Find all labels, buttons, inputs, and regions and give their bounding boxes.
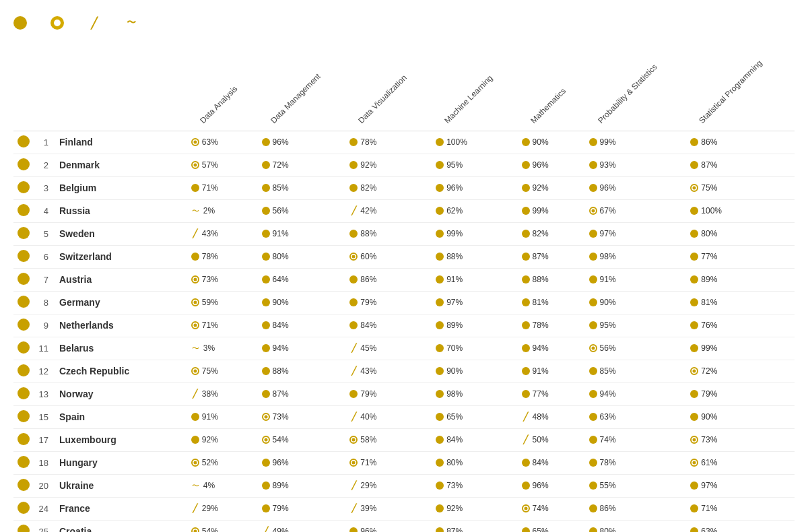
cell-value: 80%: [690, 229, 792, 238]
cutting-edge-cell-icon: [589, 413, 597, 421]
cell-value: 82%: [349, 183, 430, 193]
cell-percentage: 89%: [701, 275, 717, 284]
cell-value: 92%: [349, 160, 430, 170]
cell-percentage: 91%: [446, 275, 463, 284]
cell-percentage: 86%: [600, 504, 616, 513]
col-probability-statistics: Probability & Statistics: [586, 50, 688, 131]
data-cell: 78%: [189, 245, 259, 268]
competitive-cell-icon: [191, 527, 199, 532]
data-cell: 80%: [586, 520, 688, 532]
cell-value: 81%: [690, 298, 792, 307]
data-cell: 87%: [687, 154, 795, 176]
row-rank-icon: [13, 520, 34, 532]
cutting-edge-cell-icon: [589, 230, 597, 238]
cell-value: 87%: [690, 160, 792, 170]
cell-value: 56%: [589, 343, 685, 353]
competitive-cell-icon: [589, 207, 597, 215]
cell-value: 73%: [262, 412, 345, 422]
cell-value: 84%: [349, 321, 430, 330]
data-cell: 80%: [433, 451, 518, 474]
data-cell: 91%: [189, 405, 259, 428]
emerging-cell-icon: ╱: [349, 413, 358, 421]
data-cell: 96%: [586, 176, 688, 199]
cell-percentage: 73%: [701, 435, 717, 444]
cell-value: 90%: [690, 412, 792, 422]
data-cell: 94%: [259, 337, 347, 360]
cell-value: 86%: [690, 137, 792, 147]
data-cell: 71%: [189, 176, 259, 199]
cutting-edge-cell-icon: [522, 321, 530, 329]
cell-value: 99%: [522, 206, 584, 215]
cell-value: 73%: [690, 435, 792, 444]
cell-percentage: 71%: [701, 504, 717, 513]
cell-percentage: 54%: [202, 527, 218, 532]
row-rank-icon: [13, 131, 34, 154]
row-country: Norway: [54, 383, 189, 405]
data-cell: 99%: [586, 131, 688, 154]
emerging-cell-icon: ╱: [349, 481, 358, 490]
cutting-edge-cell-icon: [436, 321, 444, 329]
row-dot-icon: [18, 181, 30, 193]
cell-percentage: 73%: [273, 412, 289, 422]
row-rank-icon: [13, 291, 34, 314]
cell-percentage: 91%: [600, 275, 616, 284]
cell-value: 70%: [436, 343, 516, 353]
cell-value: 86%: [349, 275, 430, 284]
cell-value: 71%: [349, 458, 430, 467]
cell-value: 96%: [262, 458, 345, 467]
competitive-cell-icon: [690, 367, 698, 375]
row-rank-icon: [13, 222, 34, 245]
data-cell: 72%: [259, 154, 347, 176]
cell-percentage: 76%: [701, 321, 717, 330]
data-cell: 97%: [433, 291, 518, 314]
lagging-cell-icon: 〜: [191, 207, 201, 215]
row-rank: 4: [34, 199, 54, 222]
cell-value: 55%: [589, 481, 685, 490]
cell-percentage: 100%: [446, 137, 467, 147]
data-cell: 92%: [189, 428, 259, 451]
row-dot-icon: [18, 250, 30, 262]
row-dot-icon: [18, 227, 30, 239]
cell-percentage: 85%: [273, 183, 289, 193]
cutting-edge-cell-icon: [349, 184, 358, 192]
cell-percentage: 87%: [446, 527, 463, 532]
cell-percentage: 96%: [273, 458, 289, 467]
table-row: 24France╱29%79%╱39%92%74%86%71%: [13, 497, 795, 520]
cell-value: 85%: [262, 183, 345, 193]
data-cell: 100%: [687, 199, 795, 222]
data-cell: 70%: [433, 337, 518, 360]
cell-value: 89%: [690, 275, 792, 284]
cutting-edge-cell-icon: [522, 298, 530, 306]
cell-percentage: 65%: [533, 527, 549, 532]
data-cell: 72%: [687, 360, 795, 383]
data-cell: 59%: [189, 291, 259, 314]
data-cell: 82%: [347, 176, 433, 199]
cutting-edge-cell-icon: [262, 367, 270, 375]
cutting-edge-cell-icon: [436, 436, 444, 444]
data-cell: 99%: [519, 199, 586, 222]
cell-percentage: 99%: [533, 206, 549, 215]
row-dot-icon: [18, 502, 30, 514]
row-rank-icon: [13, 360, 34, 383]
row-country: Finland: [54, 131, 189, 154]
row-dot-icon: [18, 341, 30, 354]
cell-value: 58%: [349, 435, 430, 444]
cutting-edge-cell-icon: [690, 321, 698, 329]
cell-value: 96%: [349, 527, 430, 532]
cell-value: 92%: [436, 504, 516, 513]
legend-item-competitive: [50, 16, 69, 30]
cell-value: 63%: [191, 137, 257, 147]
cutting-edge-cell-icon: [589, 161, 597, 169]
competitive-cell-icon: [191, 321, 199, 329]
table-row: 4Russia〜2%56%╱42%62%99%67%100%: [13, 199, 795, 222]
rank-header: [34, 50, 54, 131]
cell-percentage: 100%: [701, 206, 722, 215]
data-cell: 〜2%: [189, 199, 259, 222]
cell-value: 92%: [191, 435, 257, 444]
row-rank: 9: [34, 314, 54, 337]
cutting-edge-cell-icon: [589, 481, 597, 490]
cell-value: 79%: [262, 504, 345, 513]
col-mathematics: Mathematics: [519, 50, 586, 131]
cell-value: 60%: [349, 252, 430, 261]
data-cell: ╱29%: [189, 497, 259, 520]
